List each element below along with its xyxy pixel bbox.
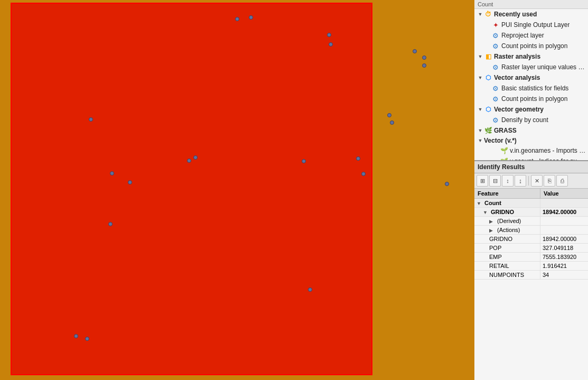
recent-item-count-points[interactable]: ⚙ Count points in polygon [474, 41, 588, 51]
basic-stats-label: Basic statistics for fields [501, 85, 568, 92]
value-column-header: Value [540, 189, 588, 198]
feature-column-header: Feature [474, 189, 540, 198]
vector-v-arrow[interactable]: ▼ [477, 137, 484, 144]
count-points-vector-item[interactable]: ⚙ Count points in polygon [474, 94, 588, 104]
grass-arrow[interactable]: ▼ [477, 127, 484, 134]
emp-row[interactable]: EMP 7555.183920 [474, 253, 588, 262]
vector-geometry-label: Vector geometry [494, 106, 544, 113]
grass-icon: 🌿 [484, 126, 492, 135]
map-point-8 [387, 113, 391, 117]
map-point-13 [356, 156, 360, 161]
reproject-label: Reproject layer [501, 32, 544, 39]
emp-feature: EMP [487, 253, 540, 261]
derived-feature: ▶ (Derived) [487, 217, 540, 225]
gridno-data-feature: GRIDNO [487, 235, 540, 243]
numpoints-row[interactable]: NUMPOINTS 34 [474, 271, 588, 280]
densify-item[interactable]: ⚙ Densify by count [474, 115, 588, 125]
map-canvas[interactable] [0, 0, 474, 380]
pop-feature: POP [487, 244, 540, 252]
clear-button[interactable]: ✕ [531, 175, 543, 187]
map-point-12 [302, 159, 306, 163]
gridno-section-arrow: ▼ [483, 210, 489, 215]
print-button[interactable]: ⎙ [556, 175, 568, 187]
gridno-data-row[interactable]: GRIDNO 18942.00000 [474, 235, 588, 244]
pui-icon: ✦ [491, 21, 500, 29]
raster-unique-label: Raster layer unique values repo... [501, 63, 586, 71]
vector-geometry-arrow[interactable]: ▼ [477, 106, 484, 113]
recent-item-pui[interactable]: ✦ PUI Single Output Layer [474, 20, 588, 30]
right-panel: Count ▼ ⏱ Recently used ✦ PUI Single Out… [474, 0, 588, 380]
basic-stats-icon: ⚙ [491, 84, 500, 92]
actions-arrow: ▶ [489, 228, 496, 233]
derived-arrow: ▶ [489, 219, 496, 224]
copy-button[interactable]: ⎘ [544, 175, 555, 187]
geonames-item[interactable]: 🌱 v.in.geonames - Imports ge... [474, 145, 588, 156]
recently-used-header: ▼ ⏱ Recently used [474, 9, 588, 20]
recently-used-arrow[interactable]: ▼ [477, 11, 484, 18]
derived-value [540, 217, 588, 225]
map-point-21 [85, 337, 89, 341]
map-point-5 [422, 55, 426, 60]
map-point-6 [422, 63, 426, 68]
vector-v-header: ▼ Vector (v.*) [474, 136, 588, 145]
map-point-0 [235, 17, 239, 21]
vector-geometry-icon: ⬡ [484, 105, 492, 114]
densify-label: Densify by count [501, 116, 548, 124]
expand-feature-button[interactable]: ↕ [502, 175, 514, 187]
vector-analysis-arrow[interactable]: ▼ [477, 74, 484, 81]
basic-stats-item[interactable]: ⚙ Basic statistics for fields [474, 83, 588, 94]
qcount-item[interactable]: 🌱 v.qcount - Indices for quad... [474, 156, 588, 161]
raster-analysis-label: Raster analysis [494, 53, 540, 60]
qcount-icon: 🌱 [500, 157, 508, 161]
vector-analysis-label: Vector analysis [494, 74, 540, 81]
gridno-section-value: 18942.00000 [540, 208, 588, 216]
raster-analysis-icon: ◧ [484, 52, 492, 61]
raster-analysis-arrow[interactable]: ▼ [477, 53, 484, 60]
map-point-7 [89, 117, 93, 122]
derived-row[interactable]: ▶ (Derived) [474, 217, 588, 226]
densify-icon: ⚙ [491, 116, 500, 124]
recently-used-label: Recently used [494, 11, 537, 18]
reproject-icon: ⚙ [491, 31, 500, 40]
actions-feature: ▶ (Actions) [487, 226, 540, 234]
collapse-all-button[interactable]: ⊟ [489, 175, 501, 187]
raster-unique-item[interactable]: ⚙ Raster layer unique values repo... [474, 62, 588, 72]
map-point-4 [413, 49, 417, 53]
map-polygon [11, 3, 372, 375]
geonames-label: v.in.geonames - Imports ge... [510, 147, 586, 154]
vector-v-label: Vector (v.*) [484, 137, 517, 144]
retail-row[interactable]: RETAIL 1.916421 [474, 262, 588, 271]
processing-top-label: Count [474, 0, 588, 9]
map-point-15 [128, 180, 132, 184]
recent-item-reproject[interactable]: ⚙ Reproject layer [474, 30, 588, 41]
pui-label: PUI Single Output Layer [501, 21, 570, 29]
count-points-vector-icon: ⚙ [491, 95, 500, 103]
identify-toolbar: ⊞ ⊟ ↕ ↨ ✕ ⎘ ⎙ [474, 173, 588, 189]
recently-used-icon: ⏱ [484, 10, 492, 18]
vector-analysis-header: ▼ ⬡ Vector analysis [474, 72, 588, 83]
actions-row[interactable]: ▶ (Actions) [474, 226, 588, 235]
collapse-feature-button[interactable]: ↨ [515, 175, 526, 187]
geonames-icon: 🌱 [500, 146, 508, 155]
processing-toolbox-panel: Count ▼ ⏱ Recently used ✦ PUI Single Out… [474, 0, 588, 161]
emp-value: 7555.183920 [540, 253, 588, 261]
map-point-3 [329, 42, 333, 47]
identify-title: Identify Results [474, 161, 588, 173]
map-point-14 [110, 171, 114, 175]
identify-results-panel: Identify Results ⊞ ⊟ ↕ ↨ ✕ ⎘ ⎙ Feature V… [474, 161, 588, 380]
actions-value [540, 226, 588, 234]
map-point-11 [187, 159, 191, 163]
map-point-17 [445, 182, 449, 186]
count-section-row[interactable]: ▼ Count [474, 199, 588, 208]
expand-all-button[interactable]: ⊞ [477, 175, 488, 187]
toolbar-separator-1 [528, 176, 529, 186]
raster-analysis-header: ▼ ◧ Raster analysis [474, 51, 588, 62]
retail-value: 1.916421 [540, 262, 588, 270]
map-point-18 [108, 222, 113, 226]
gridno-section-row[interactable]: ▼ GRIDNO 18942.00000 [474, 208, 588, 217]
count-points-label-recent: Count points in polygon [501, 42, 567, 50]
identify-table: Feature Value ▼ Count ▼ GRIDNO 18942.000… [474, 189, 588, 380]
map-point-16 [361, 172, 366, 176]
pop-row[interactable]: POP 327.049118 [474, 244, 588, 253]
map-point-10 [193, 155, 198, 160]
